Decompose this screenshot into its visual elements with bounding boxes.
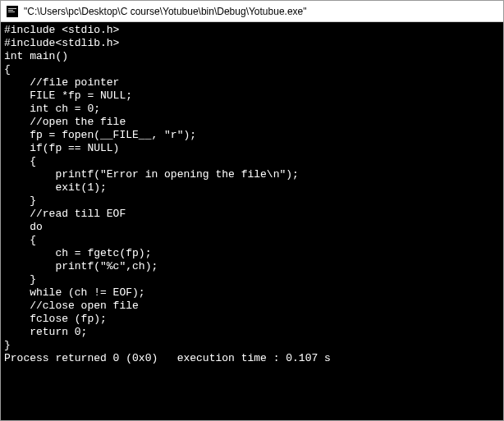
console-line: //close open file: [4, 300, 500, 313]
svg-rect-2: [8, 10, 13, 11]
console-line: FILE *fp = NULL;: [4, 89, 500, 103]
console-line: }: [4, 194, 500, 208]
console-line: //read till EOF: [4, 208, 500, 221]
console-line: fp = fopen(__FILE__, "r");: [4, 129, 500, 142]
console-line: while (ch != EOF);: [4, 286, 500, 300]
console-line: printf("%c",ch);: [4, 260, 500, 273]
console-line: //file pointer: [4, 76, 500, 89]
console-line: do: [4, 221, 500, 234]
console-line: {: [4, 63, 500, 76]
console-line: {: [4, 234, 500, 247]
console-line: exit(1);: [4, 181, 500, 194]
console-line: #include<stdlib.h>: [4, 37, 500, 50]
console-line: ch = fgetc(fp);: [4, 247, 500, 260]
console-line: }: [4, 273, 500, 286]
svg-rect-1: [8, 8, 16, 9]
console-output[interactable]: #include <stdio.h>#include<stdlib.h>int …: [1, 22, 503, 420]
console-line: int main(): [4, 50, 500, 63]
titlebar[interactable]: "C:\Users\pc\Desktop\C course\Yotubue\bi…: [1, 1, 503, 22]
app-icon: [6, 5, 19, 18]
console-line: if(fp == NULL): [4, 142, 500, 155]
console-line: return 0;: [4, 326, 500, 339]
console-line: }: [4, 339, 500, 352]
console-line: printf("Error in opening the file\n");: [4, 168, 500, 181]
window-title: "C:\Users\pc\Desktop\C course\Yotubue\bi…: [24, 6, 307, 17]
console-line: Process returned 0 (0x0) execution time …: [4, 352, 500, 365]
console-window: "C:\Users\pc\Desktop\C course\Yotubue\bi…: [0, 0, 504, 421]
console-line: {: [4, 155, 500, 168]
console-line: fclose (fp);: [4, 313, 500, 326]
console-line: int ch = 0;: [4, 103, 500, 116]
console-line: //open the file: [4, 116, 500, 129]
console-line: #include <stdio.h>: [4, 24, 500, 37]
svg-rect-3: [8, 11, 15, 12]
